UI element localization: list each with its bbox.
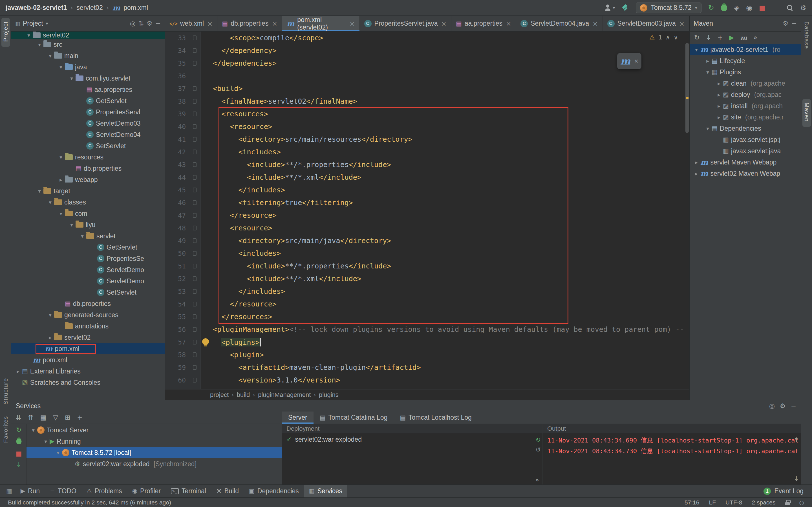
tree-item-resources[interactable]: ▾resources [11, 152, 165, 163]
tool-button-dependencies[interactable]: ▣Dependencies [244, 485, 304, 497]
chevron-down-icon[interactable]: ▾ [57, 154, 65, 160]
editor-breadcrumb-pluginmanagement[interactable]: pluginManagement [258, 391, 311, 399]
settings-gear-icon[interactable]: ⚙ [780, 403, 786, 409]
tree-item-pom-xml[interactable]: pom.xml [11, 354, 165, 365]
tree-item-properitesservl[interactable]: ProperitesServl [11, 107, 165, 118]
code-line-45[interactable]: 45 </includes> [165, 184, 689, 196]
tree-item-scratches-and-consoles[interactable]: ▧Scratches and Consoles [11, 377, 165, 388]
maven-reload-chip[interactable]: × [617, 53, 642, 69]
file-encoding[interactable]: UTF-8 [725, 499, 742, 506]
editor-breadcrumb-project[interactable]: project [210, 391, 229, 399]
tool-button-terminal[interactable]: >_Terminal [166, 485, 211, 497]
tool-button-build[interactable]: ⚒Build [211, 485, 244, 497]
tree-item-classes[interactable]: ▾classes [11, 196, 165, 208]
code-line-44[interactable]: 44 <include>**/*.xml</include> [165, 171, 689, 184]
tree-item-install[interactable]: ▸▨install (org.apach [690, 100, 801, 112]
tool-button-todo[interactable]: ≡TODO [45, 485, 82, 497]
tree-item-javax-servlet-java[interactable]: ▥javax.servlet:java [690, 145, 801, 157]
chevron-down-icon[interactable]: ▾ [704, 125, 712, 131]
editor-breadcrumb-build[interactable]: build [237, 391, 250, 399]
tree-item-tomcat-server[interactable]: ▾Tomcat Server [27, 425, 282, 436]
tree-item-generated-sources[interactable]: ▾generated-sources [11, 309, 165, 321]
download-sources-icon[interactable]: ↓ [706, 34, 711, 41]
tree-item-javaweb-02-servlet1[interactable]: ▾javaweb-02-servlet1 (ro [690, 44, 801, 55]
chevron-right-icon[interactable]: ▸ [715, 103, 723, 109]
deploy-icon[interactable]: ↓ [16, 461, 21, 468]
code-line-38[interactable]: 38 <finalName>servlet02</finalName> [165, 95, 689, 108]
services-tab-tomcat-localhost-log[interactable]: ▤Tomcat Localhost Log [394, 411, 478, 424]
inspections-widget[interactable]: ⚠ 1 ∧ ∨ [649, 34, 678, 41]
tree-item-tomcat-8-5-72-local[interactable]: ▾Tomcat 8.5.72 [local] [27, 447, 282, 458]
more-options-icon[interactable]: » [753, 34, 757, 41]
code-line-46[interactable]: 46 <filtering>true</filtering> [165, 196, 689, 209]
code-line-52[interactable]: 52 <include>**/*.xml</include> [165, 272, 689, 285]
debug-icon[interactable] [721, 4, 727, 11]
chevron-down-icon[interactable]: ▾ [46, 312, 54, 318]
tree-item-main[interactable]: ▾main [11, 50, 165, 61]
output-log[interactable]: 11-Nov-2021 08:43:34.690 信息 [localhost-s… [543, 434, 801, 457]
tree-item-annotations[interactable]: annotations [11, 321, 165, 332]
tree-item-plugins[interactable]: ▾▦Plugins [690, 66, 801, 78]
tree-item-setservlet[interactable]: SetServlet [11, 140, 165, 152]
chevron-right-icon[interactable]: ▸ [704, 58, 712, 64]
tree-item-getservlet[interactable]: GetServlet [11, 242, 165, 253]
tree-item-setservlet[interactable]: SetServlet [11, 287, 165, 298]
scroll-up-icon[interactable]: ↑ [794, 436, 799, 443]
chevron-down-icon[interactable]: ▾ [79, 233, 86, 239]
chevron-down-icon[interactable]: ▾ [57, 210, 65, 217]
code-line-49[interactable]: 49 <directory>src/main/java</directory> [165, 234, 689, 247]
next-issue-icon[interactable]: ∨ [673, 34, 678, 41]
tree-item-servlet02-war-exploded[interactable]: ⚙✓servlet02:war exploded [Synchronized] [27, 458, 282, 469]
tool-window-switcher-icon[interactable]: ▦ [3, 488, 15, 495]
breadcrumb-file[interactable]: pom.xml [123, 4, 148, 11]
code-line-53[interactable]: 53 </includes> [165, 285, 689, 298]
stop-server-icon[interactable]: ■ [16, 450, 22, 457]
chevron-down-icon[interactable]: ▾ [25, 32, 33, 38]
tree-item-db-properties[interactable]: ▤db.properties [11, 298, 165, 309]
locate-file-icon[interactable]: ◎ [130, 20, 136, 27]
close-tab-icon[interactable]: × [441, 20, 447, 27]
chevron-right-icon[interactable]: ▸ [693, 170, 700, 177]
tree-item-src[interactable]: ▾src [11, 39, 165, 50]
hide-panel-icon[interactable]: − [155, 20, 161, 27]
stop-icon[interactable]: ■ [759, 4, 766, 11]
code-line-50[interactable]: 50 <includes> [165, 247, 689, 260]
chevron-down-icon[interactable]: ▾ [46, 53, 54, 59]
code-line-55[interactable]: 55 </resources> [165, 311, 689, 323]
code-line-51[interactable]: 51 <include>**/*.properties</include> [165, 260, 689, 272]
caret-position[interactable]: 57:16 [684, 499, 700, 506]
status-message[interactable]: Build completed successfully in 2 sec, 6… [8, 499, 171, 506]
chevron-down-icon[interactable]: ▾ [42, 438, 50, 445]
users-icon[interactable]: ▾ [604, 4, 615, 11]
profiler-icon[interactable]: ◉ [746, 4, 752, 11]
tree-item-servletdemo03[interactable]: ServletDemo03 [11, 118, 165, 129]
chevron-right-icon[interactable]: ▸ [715, 114, 723, 120]
chevron-right-icon[interactable]: ▸ [57, 177, 65, 183]
search-everywhere-icon[interactable] [786, 4, 794, 11]
code-line-57[interactable]: 57 <plugins> [165, 336, 689, 348]
services-tab-tomcat-catalina-log[interactable]: ▤Tomcat Catalina Log [313, 411, 394, 424]
add-maven-project-icon[interactable]: + [718, 34, 723, 41]
tree-item-site[interactable]: ▸▨site (org.apache.r [690, 112, 801, 123]
tree-item-servlet[interactable]: ▾servlet [11, 230, 165, 242]
close-tab-icon[interactable]: × [207, 20, 213, 27]
coverage-icon[interactable]: ◈ [734, 4, 739, 11]
code-line-56[interactable]: 56 <pluginManagement><!-- lock down plug… [165, 323, 689, 336]
restart-server-icon[interactable]: ↻ [16, 427, 21, 433]
code-line-35[interactable]: 35 </dependencies> [165, 57, 689, 69]
editor-breadcrumb-plugins[interactable]: plugins [319, 391, 339, 399]
expand-all-icon[interactable]: ⇊ [16, 414, 21, 421]
run-maven-build-icon[interactable]: ▶ [729, 34, 734, 41]
chevron-right-icon[interactable]: ▸ [715, 80, 723, 87]
close-icon[interactable]: × [635, 57, 638, 65]
services-tab-server[interactable]: Server [282, 411, 313, 424]
tree-item-properitesse[interactable]: ProperitesSe [11, 253, 165, 264]
code-line-54[interactable]: 54 </resource> [165, 298, 689, 311]
chevron-down-icon[interactable]: ▾ [704, 69, 712, 75]
code-line-39[interactable]: 39 <resources> [165, 108, 689, 120]
code-line-48[interactable]: 48 <resource> [165, 222, 689, 234]
code-line-33[interactable]: 33 <scope>compile</scope> [165, 32, 689, 44]
chevron-down-icon[interactable]: ▾ [68, 75, 75, 81]
hide-panel-icon[interactable]: − [792, 20, 797, 27]
chevron-down-icon[interactable]: ▾ [54, 450, 62, 456]
